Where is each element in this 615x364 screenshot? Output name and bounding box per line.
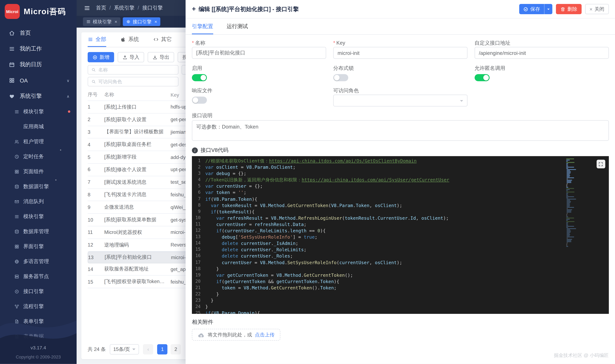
field-response-file: 响应文件 <box>192 86 326 107</box>
submenu-item-label: 应用商城 <box>23 123 70 130</box>
breadcrumb-item[interactable]: 系统引擎 <box>106 4 135 12</box>
page-size-select[interactable]: 15条/页 <box>110 344 139 354</box>
editor-minimap[interactable] <box>566 158 604 247</box>
sidebar-submenu-item[interactable]: 消息队列 <box>0 194 77 209</box>
cell-name: [飞书]授权登录获取Token自... <box>104 279 170 285</box>
submenu-item-icon <box>14 334 19 339</box>
window-tab-icon <box>126 19 131 24</box>
submenu-item-icon <box>14 274 19 279</box>
cell-no: 6 <box>88 167 104 172</box>
fullscreen-button[interactable] <box>596 160 605 169</box>
cell-name: [系统]获取系统菜单数据 <box>104 217 170 223</box>
name-filter-input[interactable] <box>88 65 179 75</box>
sidebar-submenu-item[interactable]: 模块引擎 <box>0 209 77 224</box>
expand-icon <box>598 161 603 167</box>
cell-no: 13 <box>88 255 105 260</box>
delete-button[interactable]: 删除 <box>556 4 582 14</box>
drawer-tab[interactable]: 引擎配置 <box>192 19 213 34</box>
description-textarea[interactable]: 可选参数：Domain、Token <box>192 120 609 141</box>
sidebar-submenu-item[interactable]: 租户管理 <box>0 134 77 149</box>
drawer-tabs: 引擎配置运行测试 <box>186 19 615 35</box>
upload-dropzone[interactable]: 将文件拖到此处，或点击上传 <box>192 329 280 341</box>
enabled-toggle[interactable] <box>192 74 207 81</box>
column-header[interactable]: 名称 <box>104 91 170 98</box>
page-number-button[interactable]: 2 <box>171 344 181 354</box>
name-input[interactable] <box>192 47 326 59</box>
sidebar-menu-item[interactable]: 系统引擎 ∧ <box>0 88 77 104</box>
submenu-item-icon <box>14 184 19 189</box>
add-button[interactable]: 新增 <box>88 52 114 62</box>
sidebar-menu-item[interactable]: 我的工作 <box>0 41 77 57</box>
close-tab-icon[interactable]: × <box>154 19 157 25</box>
chevron-down-icon <box>132 349 136 352</box>
sidebar-submenu-item[interactable]: 表单数据 <box>0 329 77 344</box>
menu-item-label: 首页 <box>20 30 70 37</box>
submenu-item-label: 租户管理 <box>23 138 70 145</box>
save-button[interactable]: 保存 <box>519 4 544 14</box>
submenu-item-icon <box>14 304 19 309</box>
prev-page-button[interactable]: ‹ <box>143 344 153 354</box>
sidebar-submenu-item[interactable]: 数据库管理 <box>0 224 77 239</box>
sidebar-submenu-item[interactable]: 服务器节点 <box>0 269 77 284</box>
sidebar-submenu-item[interactable]: 表单引擎 <box>0 314 77 329</box>
export-icon <box>153 54 158 60</box>
export-button[interactable]: 导出 <box>148 52 174 62</box>
sidebar-menu-item[interactable]: 我的日历 <box>0 57 77 73</box>
submenu-item-label: 页面组件 <box>23 168 70 175</box>
key-input[interactable] <box>333 47 467 59</box>
sidebar-submenu-item[interactable]: 接口引擎 <box>0 284 77 299</box>
breadcrumb-item[interactable]: 接口引擎 <box>135 4 163 12</box>
cell-no: 5 <box>88 154 104 160</box>
cell-no: 12 <box>88 242 104 247</box>
close-button[interactable]: × 关闭 <box>585 4 609 14</box>
breadcrumb-item[interactable]: 首页 <box>96 4 106 12</box>
anonymous-toggle[interactable] <box>475 74 489 81</box>
sidebar-submenu-item[interactable]: 流程引擎 <box>0 299 77 314</box>
sidebar-menu-item[interactable]: 首页 <box>0 25 77 41</box>
menu-item-icon <box>9 77 15 84</box>
sidebar-submenu-item[interactable]: 模块引擎 <box>0 104 77 119</box>
filter-tab[interactable]: 系统 <box>121 32 139 47</box>
column-header[interactable]: 序号 <box>88 91 104 98</box>
window-tab[interactable]: 接口引擎 × <box>123 17 160 26</box>
cell-no: 8 <box>88 192 104 197</box>
roles-select[interactable] <box>333 95 467 106</box>
window-tab[interactable]: 模块引擎 × <box>83 17 121 26</box>
breadcrumb: 首页系统引擎接口引擎 <box>96 4 163 12</box>
plus-icon <box>92 54 98 60</box>
upload-link[interactable]: 点击上传 <box>255 331 275 338</box>
distributed-lock-toggle[interactable] <box>333 74 348 81</box>
sidebar-menu-item[interactable]: OA ∨ <box>0 73 77 88</box>
page-number-button[interactable]: 1 <box>157 344 168 354</box>
sidebar-submenu-item[interactable]: 多语言管理 <box>0 254 77 269</box>
field-description: 接口说明 可选参数：Domain、Token <box>192 111 609 142</box>
sidebar-submenu-item[interactable]: 数据源引擎 <box>0 179 77 194</box>
drawer-tab[interactable]: 运行测试 <box>227 19 248 34</box>
search-icon <box>91 67 96 72</box>
cell-no: 7 <box>88 180 104 185</box>
cell-no: 9 <box>88 205 104 210</box>
url-input[interactable] <box>475 47 609 59</box>
code-editor[interactable]: 1//根据域名获取OsClient值：https://api-china.itd… <box>192 156 609 314</box>
sidebar-submenu-item[interactable]: 应用商城 <box>0 119 77 134</box>
filter-tab[interactable]: 全部 <box>88 32 106 47</box>
submenu-item-label: 数据源引擎 <box>23 183 70 190</box>
sidebar-submenu-item[interactable]: 页面组件 <box>0 164 77 179</box>
save-dropdown-button[interactable] <box>544 4 552 14</box>
response-file-toggle[interactable] <box>192 97 207 104</box>
menu-toggle-icon[interactable] <box>84 5 90 11</box>
sidebar-submenu-item[interactable]: 定时任务 <box>0 149 77 164</box>
info-icon: i <box>192 147 198 153</box>
role-filter-input[interactable] <box>88 77 179 86</box>
import-button[interactable]: 导入 <box>118 52 144 62</box>
drawer-header: + 编辑 [[系统]平台初始化接口] - 接口引擎 保存 删除 <box>186 0 615 19</box>
submenu-item-label: 多语言管理 <box>23 258 70 265</box>
filter-tab[interactable]: 其它 <box>153 32 172 47</box>
submenu-item-icon <box>14 124 19 129</box>
close-tab-icon[interactable]: × <box>114 19 117 25</box>
cell-name: [测试]发送系统消息 <box>104 179 170 186</box>
menu-item-label: 我的日历 <box>20 61 70 68</box>
submenu-item-icon <box>14 289 19 294</box>
app-logo[interactable]: Microi Microi吾码 <box>0 0 77 23</box>
sidebar-submenu-item[interactable]: 界面引擎 <box>0 239 77 254</box>
